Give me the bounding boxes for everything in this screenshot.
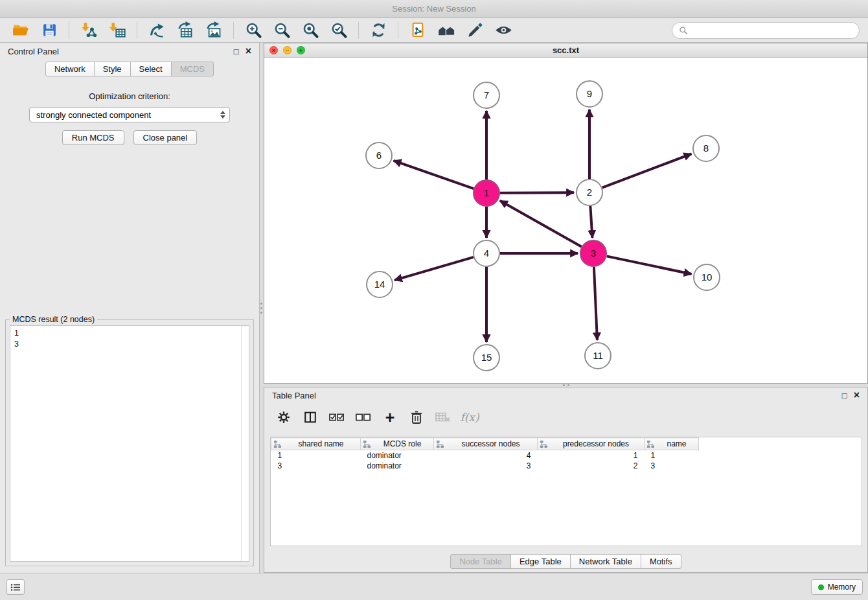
minimize-window-icon[interactable]: –: [283, 46, 291, 54]
tab-style[interactable]: Style: [94, 62, 131, 76]
graph-edge-2-3[interactable]: [590, 206, 592, 238]
optimization-criterion-select[interactable]: strongly connected component: [29, 107, 230, 122]
graph-edge-1-6[interactable]: [394, 161, 474, 189]
add-column-button[interactable]: +: [381, 408, 399, 426]
zoom-out-button[interactable]: [272, 21, 291, 40]
task-history-button[interactable]: [6, 579, 25, 595]
new-network-button[interactable]: [147, 21, 166, 40]
table-cell[interactable]: 1: [271, 450, 361, 461]
table-cell[interactable]: 1: [538, 450, 645, 461]
column-header-successor-nodes[interactable]: successor nodes: [434, 438, 538, 450]
checked-boxes-icon: [329, 411, 345, 423]
maximize-window-icon[interactable]: +: [297, 46, 305, 54]
split-columns-button[interactable]: [301, 408, 319, 426]
apply-style-button[interactable]: [465, 21, 485, 40]
save-session-button[interactable]: [40, 21, 59, 40]
table-row[interactable]: 3dominator323: [271, 461, 862, 471]
network-overview-button[interactable]: [437, 21, 456, 40]
graph-edge-1-2[interactable]: [500, 192, 574, 193]
tab-network-table[interactable]: Network Table: [570, 554, 641, 569]
refresh-icon: [370, 21, 387, 39]
import-table-button[interactable]: [108, 21, 127, 40]
delete-column-button[interactable]: [407, 408, 426, 426]
search-box: [672, 22, 860, 39]
plus-icon: +: [385, 410, 395, 426]
clone-network-button[interactable]: [408, 21, 428, 40]
node-table-body: 1dominator4113dominator323: [271, 450, 862, 471]
select-all-columns-button[interactable]: [328, 408, 346, 426]
tab-node-table[interactable]: Node Table: [450, 554, 511, 569]
table-row[interactable]: 1dominator411: [271, 450, 862, 461]
main-toolbar: [0, 18, 868, 43]
deselect-all-columns-button[interactable]: [354, 408, 372, 426]
control-panel-title: Control Panel: [8, 47, 227, 56]
select-stepper-icon: [220, 111, 225, 119]
table-cell[interactable]: 2: [538, 461, 645, 471]
mcds-result-group: MCDS result (2 nodes) 13: [5, 319, 254, 566]
tab-motifs[interactable]: Motifs: [641, 554, 681, 569]
import-network-button[interactable]: [79, 21, 98, 40]
close-table-panel-icon[interactable]: ×: [854, 390, 860, 400]
tab-network[interactable]: Network: [45, 62, 95, 76]
close-panel-icon[interactable]: ×: [246, 46, 251, 56]
show-graphics-details-button[interactable]: [494, 21, 513, 40]
column-header-shared-name[interactable]: shared name: [271, 438, 361, 450]
function-builder-button[interactable]: f(x): [461, 408, 479, 426]
graph-edge-2-8[interactable]: [602, 154, 692, 187]
close-window-icon[interactable]: ×: [269, 46, 278, 54]
zoom-in-button[interactable]: [244, 21, 263, 40]
unchecked-boxes-icon: [356, 411, 371, 423]
run-mcds-button[interactable]: Run MCDS: [62, 130, 124, 145]
optimization-criterion-value: strongly connected component: [36, 110, 220, 120]
table-cell[interactable]: 3: [434, 461, 538, 471]
attribute-icon: [436, 440, 444, 448]
tab-select[interactable]: Select: [130, 62, 172, 76]
attribute-icon: [273, 440, 282, 448]
network-window-titlebar: × – + scc.txt: [264, 43, 867, 58]
column-header-MCDS-role[interactable]: MCDS role: [361, 438, 434, 450]
float-table-panel-icon[interactable]: □: [842, 391, 847, 400]
gear-icon: [277, 410, 291, 424]
graph-edge-3-11[interactable]: [594, 267, 597, 340]
table-cell[interactable]: dominator: [361, 450, 434, 461]
table-panel-title: Table Panel: [272, 391, 836, 400]
import-table-icon: [109, 21, 126, 39]
table-cell[interactable]: 3: [645, 461, 699, 471]
table-cell[interactable]: dominator: [361, 461, 434, 471]
toolbar-separator: [358, 22, 359, 39]
table-cell[interactable]: 1: [645, 450, 699, 461]
search-input[interactable]: [692, 26, 852, 36]
zoom-selected-button[interactable]: [329, 21, 348, 40]
graph-edge-3-1[interactable]: [500, 201, 582, 247]
table-cell[interactable]: 3: [271, 461, 361, 471]
table-cell[interactable]: 4: [434, 450, 538, 461]
list-icon: [10, 583, 21, 592]
tab-mcds[interactable]: MCDS: [171, 62, 214, 76]
table-cell-filler: [699, 461, 862, 471]
export-table-button[interactable]: [176, 21, 195, 40]
delete-table-icon: [435, 411, 451, 423]
result-scrollbar[interactable]: [241, 326, 249, 561]
search-icon: [679, 26, 688, 35]
refresh-button[interactable]: [369, 21, 388, 40]
network-canvas[interactable]: 7968124314101511: [264, 58, 867, 383]
vertical-splitter[interactable]: [258, 297, 264, 319]
network-window: × – + scc.txt 7968124314101511: [264, 43, 868, 384]
float-panel-icon[interactable]: □: [234, 47, 239, 56]
tab-edge-table[interactable]: Edge Table: [510, 554, 571, 569]
zoom-fit-button[interactable]: [301, 21, 320, 40]
close-panel-button[interactable]: Close panel: [133, 130, 198, 145]
graph-edge-4-14[interactable]: [394, 257, 474, 280]
open-session-button[interactable]: [11, 21, 30, 40]
graph-edge-3-10[interactable]: [607, 256, 692, 274]
column-header-predecessor-nodes[interactable]: predecessor nodes: [538, 438, 645, 450]
memory-button[interactable]: Memory: [811, 579, 863, 595]
split-columns-icon: [303, 410, 317, 424]
graph-node-label: 9: [587, 88, 592, 99]
delete-table-button-disabled: [434, 408, 452, 426]
column-header-name[interactable]: name: [645, 438, 699, 450]
control-panel-header: Control Panel □ ×: [0, 43, 259, 60]
export-image-button[interactable]: [204, 21, 223, 40]
table-settings-button[interactable]: [275, 408, 293, 426]
status-bar: Memory: [0, 573, 868, 600]
